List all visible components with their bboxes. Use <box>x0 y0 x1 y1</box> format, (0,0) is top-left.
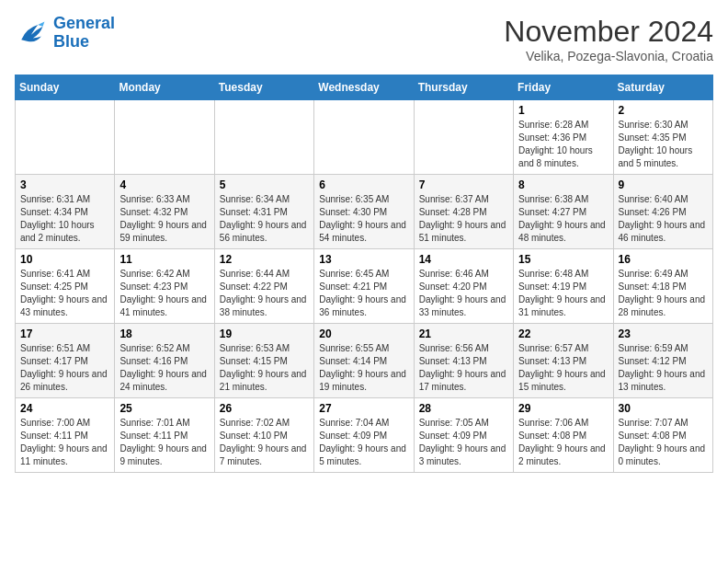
day-info: Sunrise: 6:37 AM Sunset: 4:28 PM Dayligh… <box>419 193 508 245</box>
day-number: 6 <box>319 178 408 191</box>
col-header-friday: Friday <box>514 75 613 100</box>
day-info: Sunrise: 6:45 AM Sunset: 4:21 PM Dayligh… <box>319 268 408 319</box>
calendar-cell <box>214 100 313 175</box>
day-number: 2 <box>619 104 708 117</box>
day-info: Sunrise: 7:02 AM Sunset: 4:10 PM Dayligh… <box>220 417 309 468</box>
calendar-cell: 3Sunrise: 6:31 AM Sunset: 4:34 PM Daylig… <box>16 175 115 249</box>
day-info: Sunrise: 7:00 AM Sunset: 4:11 PM Dayligh… <box>20 417 109 468</box>
month-title: November 2024 <box>504 15 713 49</box>
day-number: 29 <box>518 402 608 415</box>
day-info: Sunrise: 6:52 AM Sunset: 4:16 PM Dayligh… <box>119 342 209 394</box>
day-number: 3 <box>20 178 109 191</box>
day-number: 8 <box>518 178 608 191</box>
calendar-cell: 23Sunrise: 6:59 AM Sunset: 4:12 PM Dayli… <box>613 324 712 398</box>
calendar-cell: 30Sunrise: 7:07 AM Sunset: 4:08 PM Dayli… <box>613 398 712 473</box>
col-header-wednesday: Wednesday <box>314 75 414 100</box>
calendar-cell: 18Sunrise: 6:52 AM Sunset: 4:16 PM Dayli… <box>115 324 214 398</box>
col-header-thursday: Thursday <box>414 75 513 100</box>
day-number: 18 <box>119 327 209 340</box>
calendar-cell: 26Sunrise: 7:02 AM Sunset: 4:10 PM Dayli… <box>214 398 313 473</box>
calendar-cell: 10Sunrise: 6:41 AM Sunset: 4:25 PM Dayli… <box>16 249 115 324</box>
calendar-cell: 13Sunrise: 6:45 AM Sunset: 4:21 PM Dayli… <box>314 249 414 324</box>
logo: General Blue <box>15 15 115 52</box>
day-info: Sunrise: 6:30 AM Sunset: 4:35 PM Dayligh… <box>619 119 708 170</box>
day-info: Sunrise: 6:42 AM Sunset: 4:23 PM Dayligh… <box>119 268 209 319</box>
calendar-cell: 12Sunrise: 6:44 AM Sunset: 4:22 PM Dayli… <box>214 249 313 324</box>
day-info: Sunrise: 6:49 AM Sunset: 4:18 PM Dayligh… <box>619 268 708 319</box>
calendar-cell: 29Sunrise: 7:06 AM Sunset: 4:08 PM Dayli… <box>514 398 613 473</box>
calendar-cell: 15Sunrise: 6:48 AM Sunset: 4:19 PM Dayli… <box>514 249 613 324</box>
calendar-cell <box>414 100 513 175</box>
calendar-cell: 24Sunrise: 7:00 AM Sunset: 4:11 PM Dayli… <box>16 398 115 473</box>
col-header-saturday: Saturday <box>613 75 712 100</box>
title-block: November 2024 Velika, Pozega-Slavonia, C… <box>504 15 713 63</box>
day-number: 17 <box>20 327 109 340</box>
calendar-cell: 20Sunrise: 6:55 AM Sunset: 4:14 PM Dayli… <box>314 324 414 398</box>
day-info: Sunrise: 6:34 AM Sunset: 4:31 PM Dayligh… <box>220 193 309 245</box>
calendar-cell: 1Sunrise: 6:28 AM Sunset: 4:36 PM Daylig… <box>514 100 613 175</box>
day-number: 22 <box>518 327 608 340</box>
day-info: Sunrise: 7:06 AM Sunset: 4:08 PM Dayligh… <box>518 417 608 468</box>
logo-bird-icon <box>15 17 48 50</box>
day-number: 11 <box>119 253 209 266</box>
calendar-cell: 27Sunrise: 7:04 AM Sunset: 4:09 PM Dayli… <box>314 398 414 473</box>
calendar-cell: 19Sunrise: 6:53 AM Sunset: 4:15 PM Dayli… <box>214 324 313 398</box>
col-header-sunday: Sunday <box>16 75 115 100</box>
day-number: 28 <box>419 402 508 415</box>
calendar-cell: 8Sunrise: 6:38 AM Sunset: 4:27 PM Daylig… <box>514 175 613 249</box>
day-number: 15 <box>518 253 608 266</box>
day-info: Sunrise: 6:46 AM Sunset: 4:20 PM Dayligh… <box>419 268 508 319</box>
calendar-cell: 5Sunrise: 6:34 AM Sunset: 4:31 PM Daylig… <box>214 175 313 249</box>
day-info: Sunrise: 7:05 AM Sunset: 4:09 PM Dayligh… <box>419 417 508 468</box>
day-number: 7 <box>419 178 508 191</box>
day-number: 19 <box>220 327 309 340</box>
day-info: Sunrise: 7:01 AM Sunset: 4:11 PM Dayligh… <box>119 417 209 468</box>
day-info: Sunrise: 6:44 AM Sunset: 4:22 PM Dayligh… <box>220 268 309 319</box>
calendar-cell: 17Sunrise: 6:51 AM Sunset: 4:17 PM Dayli… <box>16 324 115 398</box>
calendar-week-5: 24Sunrise: 7:00 AM Sunset: 4:11 PM Dayli… <box>16 398 713 473</box>
day-number: 5 <box>220 178 309 191</box>
day-info: Sunrise: 7:04 AM Sunset: 4:09 PM Dayligh… <box>319 417 408 468</box>
day-number: 20 <box>319 327 408 340</box>
calendar-cell <box>314 100 414 175</box>
day-number: 1 <box>518 104 608 117</box>
day-number: 14 <box>419 253 508 266</box>
day-info: Sunrise: 6:35 AM Sunset: 4:30 PM Dayligh… <box>319 193 408 245</box>
calendar-cell <box>16 100 115 175</box>
day-number: 30 <box>619 402 708 415</box>
calendar-cell: 14Sunrise: 6:46 AM Sunset: 4:20 PM Dayli… <box>414 249 513 324</box>
day-number: 10 <box>20 253 109 266</box>
day-info: Sunrise: 6:48 AM Sunset: 4:19 PM Dayligh… <box>518 268 608 319</box>
calendar-cell: 22Sunrise: 6:57 AM Sunset: 4:13 PM Dayli… <box>514 324 613 398</box>
col-header-tuesday: Tuesday <box>214 75 313 100</box>
day-number: 13 <box>319 253 408 266</box>
day-info: Sunrise: 6:31 AM Sunset: 4:34 PM Dayligh… <box>20 193 109 245</box>
day-number: 21 <box>419 327 508 340</box>
location-subtitle: Velika, Pozega-Slavonia, Croatia <box>504 49 713 63</box>
day-info: Sunrise: 6:56 AM Sunset: 4:13 PM Dayligh… <box>419 342 508 394</box>
calendar-week-4: 17Sunrise: 6:51 AM Sunset: 4:17 PM Dayli… <box>16 324 713 398</box>
day-number: 4 <box>119 178 209 191</box>
calendar-cell: 11Sunrise: 6:42 AM Sunset: 4:23 PM Dayli… <box>115 249 214 324</box>
calendar-week-3: 10Sunrise: 6:41 AM Sunset: 4:25 PM Dayli… <box>16 249 713 324</box>
day-number: 12 <box>220 253 309 266</box>
day-info: Sunrise: 6:53 AM Sunset: 4:15 PM Dayligh… <box>220 342 309 394</box>
day-number: 25 <box>119 402 209 415</box>
calendar-week-2: 3Sunrise: 6:31 AM Sunset: 4:34 PM Daylig… <box>16 175 713 249</box>
calendar-cell: 25Sunrise: 7:01 AM Sunset: 4:11 PM Dayli… <box>115 398 214 473</box>
calendar-cell: 4Sunrise: 6:33 AM Sunset: 4:32 PM Daylig… <box>115 175 214 249</box>
day-info: Sunrise: 6:41 AM Sunset: 4:25 PM Dayligh… <box>20 268 109 319</box>
col-header-monday: Monday <box>115 75 214 100</box>
day-number: 27 <box>319 402 408 415</box>
day-info: Sunrise: 6:40 AM Sunset: 4:26 PM Dayligh… <box>619 193 708 245</box>
day-info: Sunrise: 6:33 AM Sunset: 4:32 PM Dayligh… <box>119 193 209 245</box>
day-info: Sunrise: 6:55 AM Sunset: 4:14 PM Dayligh… <box>319 342 408 394</box>
day-number: 23 <box>619 327 708 340</box>
calendar-table: SundayMondayTuesdayWednesdayThursdayFrid… <box>15 75 713 473</box>
calendar-cell: 2Sunrise: 6:30 AM Sunset: 4:35 PM Daylig… <box>613 100 712 175</box>
day-number: 16 <box>619 253 708 266</box>
logo-text: General Blue <box>53 15 115 52</box>
page-header: General Blue November 2024 Velika, Pozeg… <box>15 15 713 63</box>
calendar-cell: 21Sunrise: 6:56 AM Sunset: 4:13 PM Dayli… <box>414 324 513 398</box>
calendar-cell: 7Sunrise: 6:37 AM Sunset: 4:28 PM Daylig… <box>414 175 513 249</box>
